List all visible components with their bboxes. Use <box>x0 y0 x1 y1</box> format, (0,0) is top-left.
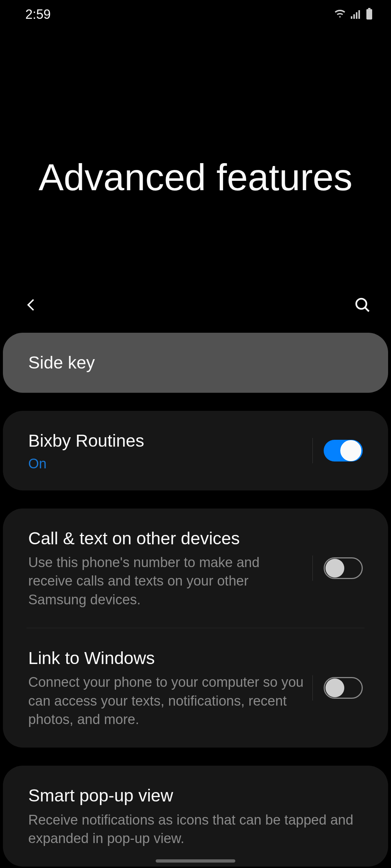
svg-line-7 <box>365 308 369 311</box>
page-title: Advanced features <box>38 154 352 201</box>
svg-rect-3 <box>358 10 360 19</box>
nav-handle[interactable] <box>156 859 235 863</box>
setting-item-side-key[interactable]: Side key <box>3 333 388 393</box>
battery-icon <box>366 8 373 21</box>
toolbar <box>0 289 391 322</box>
svg-rect-1 <box>353 14 355 19</box>
back-icon[interactable] <box>24 297 39 314</box>
setting-title: Side key <box>28 352 363 374</box>
setting-subtitle: Use this phone's number to make and rece… <box>28 553 305 609</box>
wifi-icon <box>334 9 346 20</box>
toggle-link-windows[interactable] <box>324 677 363 699</box>
setting-group-side-key: Side key <box>3 333 388 393</box>
setting-item-smart-popup[interactable]: Smart pop-up view Receive notifications … <box>3 766 388 867</box>
svg-rect-2 <box>356 12 357 19</box>
setting-title: Smart pop-up view <box>28 784 363 807</box>
status-time: 2:59 <box>25 7 51 22</box>
setting-subtitle: Connect your phone to your computer so y… <box>28 673 305 729</box>
toggle-call-text[interactable] <box>324 557 363 579</box>
setting-group-bixby: Bixby Routines On <box>3 411 388 490</box>
setting-group-popup: Smart pop-up view Receive notifications … <box>3 766 388 867</box>
svg-rect-0 <box>351 16 352 19</box>
svg-rect-4 <box>368 8 370 9</box>
setting-title: Bixby Routines <box>28 430 305 452</box>
setting-group-connectivity: Call & text on other devices Use this ph… <box>3 509 388 748</box>
settings-list: Side key Bixby Routines On Call & text o… <box>0 322 391 867</box>
header-area: Advanced features <box>0 29 391 289</box>
vertical-divider <box>312 438 313 463</box>
vertical-divider <box>312 675 313 701</box>
setting-title: Call & text on other devices <box>28 527 305 550</box>
setting-title: Link to Windows <box>28 647 305 669</box>
setting-status: On <box>28 456 305 472</box>
setting-item-call-text[interactable]: Call & text on other devices Use this ph… <box>3 509 388 628</box>
setting-subtitle: Receive notifications as icons that can … <box>28 811 363 848</box>
status-bar: 2:59 <box>0 0 391 29</box>
svg-rect-5 <box>366 9 372 20</box>
setting-item-bixby-routines[interactable]: Bixby Routines On <box>3 411 388 490</box>
svg-point-6 <box>356 299 366 309</box>
signal-icon <box>350 9 361 20</box>
vertical-divider <box>312 556 313 581</box>
status-icons <box>334 8 373 21</box>
setting-item-link-windows[interactable]: Link to Windows Connect your phone to yo… <box>3 628 388 748</box>
toggle-bixby-routines[interactable] <box>324 440 363 461</box>
search-icon[interactable] <box>354 296 371 315</box>
